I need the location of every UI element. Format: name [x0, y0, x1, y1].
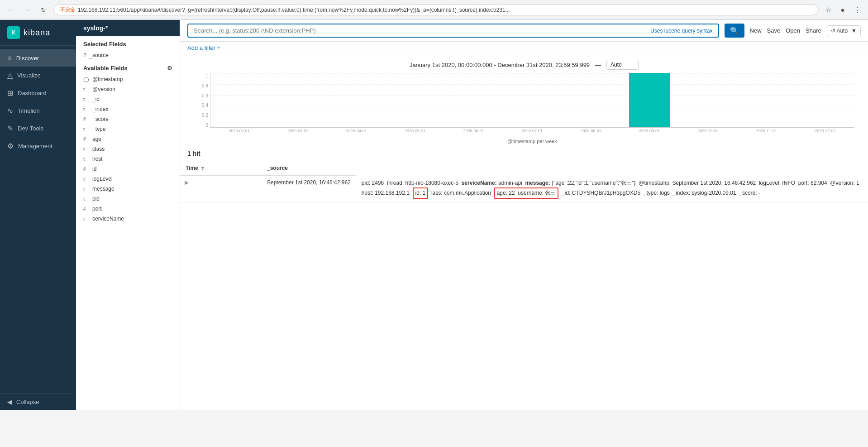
sidebar-item-devtools[interactable]: ✎ Dev Tools [0, 120, 76, 137]
timelion-icon: ∿ [7, 106, 13, 115]
field-item-score[interactable]: # _score [76, 114, 180, 124]
field-type-t9: t [83, 197, 90, 202]
field-name-version: @version [92, 86, 115, 92]
y-label-1: 1 [205, 73, 208, 78]
th-time[interactable]: Time ▿ [180, 161, 262, 175]
field-name-timestamp: @timestamp [92, 76, 123, 82]
bookmark-button[interactable]: ☆ [822, 4, 835, 16]
sidebar-item-visualize[interactable]: △ Visualize [0, 67, 76, 84]
field-type-hash4: # [83, 207, 90, 211]
collapse-label: Collapse [16, 399, 39, 405]
menu-button[interactable]: ⋮ [851, 4, 863, 16]
devtools-icon: ✎ [7, 124, 13, 133]
forward-button[interactable]: → [21, 4, 33, 16]
field-name-servicename: serviceName [92, 216, 124, 222]
share-button[interactable]: Share [806, 27, 821, 34]
field-name-id: _id [92, 96, 100, 102]
field-item-loglevel[interactable]: t logLevel [76, 174, 180, 184]
new-button[interactable]: New [750, 27, 762, 34]
sidebar-logo: K kibana [0, 20, 76, 46]
sidebar-item-management-label: Management [18, 143, 52, 149]
available-fields-title: Available Fields ⚙ [76, 60, 180, 74]
time-cell: September 1st 2020, 16:46:42.962 [262, 175, 356, 203]
y-label-02: 0.2 [202, 113, 208, 118]
field-name-index: _index [92, 106, 108, 112]
fields-panel: syslog-* Selected Fields ? _source Avail… [76, 20, 180, 410]
field-name-id2: id [92, 166, 96, 172]
url-text: 192.168.192.11:5601/app/kibana#/discover… [78, 7, 811, 13]
sidebar-item-devtools-label: Dev Tools [18, 125, 43, 132]
selected-field-name: _source [89, 52, 109, 58]
save-button[interactable]: Save [767, 27, 781, 34]
lucene-hint: Uses lucene query syntax [650, 28, 712, 34]
sidebar-item-discover[interactable]: ○ Discover [0, 49, 76, 67]
auto-refresh-button[interactable]: ↺ Auto- ▼ [827, 25, 861, 36]
refresh-button[interactable]: ↻ [37, 4, 50, 16]
url-bar[interactable]: 不安全 192.168.192.11:5601/app/kibana#/disc… [53, 4, 818, 15]
expand-button[interactable]: ▶ [182, 178, 191, 187]
selected-field-source[interactable]: ? _source [76, 50, 180, 60]
field-name-port: port [92, 206, 102, 212]
field-type-t2: t [83, 97, 90, 102]
selected-field-type-badge: ? [83, 52, 86, 58]
visualize-icon: △ [7, 71, 13, 80]
discover-icon: ○ [7, 54, 12, 62]
back-button[interactable]: ← [5, 4, 17, 16]
field-type-hash3: # [83, 167, 90, 172]
x-label-aug: 2020-08-01 [562, 129, 620, 133]
x-label-jun: 2020-06-01 [444, 129, 503, 133]
th-source: _source [262, 161, 356, 175]
y-label-08: 0.8 [202, 83, 208, 88]
hits-count: 1 hit [180, 146, 868, 161]
interval-dropdown[interactable]: Auto Second Minute Hour Day Week Month Y… [606, 60, 639, 70]
field-item-message[interactable]: t message [76, 184, 180, 194]
table-row: ▶ September 1st 2020, 16:46:42.962 pid: … [180, 175, 868, 203]
x-label-oct: 2020-10-01 [679, 129, 737, 133]
open-button[interactable]: Open [786, 27, 800, 34]
field-item-servicename[interactable]: t serviceName [76, 214, 180, 224]
field-type-t: t [83, 87, 90, 92]
time-range-separator: — [595, 62, 601, 68]
y-axis: 1 0.8 0.6 0.4 0.2 0 [194, 73, 210, 128]
results-table: Time ▿ _source ▶ September 1st 2020, 16:… [180, 161, 868, 203]
field-item-age[interactable]: # age [76, 134, 180, 144]
sidebar-item-management[interactable]: ⚙ Management [0, 137, 76, 155]
search-button[interactable]: 🔍 [725, 24, 744, 38]
field-item-version[interactable]: t @version [76, 84, 180, 94]
profile-button[interactable]: ● [836, 4, 849, 16]
x-label-feb: 2020-02-01 [210, 129, 268, 133]
histogram-container: January 1st 2020, 00:00:00.000 - Decembe… [180, 54, 868, 146]
add-filter-button[interactable]: Add a filter + [187, 44, 220, 51]
field-name-host: host [92, 156, 103, 162]
sidebar-item-timelion-label: Timelion [18, 107, 40, 114]
field-item-index[interactable]: t _index [76, 104, 180, 114]
field-item-id[interactable]: t _id [76, 94, 180, 104]
sidebar-item-dashboard[interactable]: ⊞ Dashboard [0, 84, 76, 102]
sidebar-item-timelion[interactable]: ∿ Timelion [0, 102, 76, 120]
field-item-type[interactable]: t _type [76, 124, 180, 134]
highlighted-age-field: age: 22 username: 张三 [494, 187, 559, 199]
sidebar: K kibana ○ Discover △ Visualize ⊞ Dashbo… [0, 20, 76, 410]
x-label-mar: 2020-03-01 [268, 129, 327, 133]
field-name-message: message [92, 186, 114, 192]
search-input[interactable] [194, 27, 650, 34]
dashboard-icon: ⊞ [7, 89, 13, 97]
field-item-class[interactable]: t class [76, 144, 180, 154]
sidebar-nav: ○ Discover △ Visualize ⊞ Dashboard ∿ Tim… [0, 46, 76, 394]
field-item-port[interactable]: # port [76, 204, 180, 214]
search-bar-container[interactable]: Uses lucene query syntax [187, 24, 719, 38]
sidebar-collapse[interactable]: ◀ Collapse [0, 394, 76, 410]
security-warning: 不安全 [60, 6, 75, 13]
x-label-apr: 2020-04-01 [327, 129, 386, 133]
y-label-0: 0 [205, 123, 208, 128]
fields-settings-icon[interactable]: ⚙ [167, 65, 172, 72]
x-axis-title: @timestamp per week [210, 139, 854, 144]
field-item-pid[interactable]: t pid [76, 194, 180, 204]
bar-slot-8 [620, 73, 679, 127]
sort-icon: ▿ [201, 166, 204, 171]
field-type-t7: t [83, 177, 90, 182]
field-item-host[interactable]: t host [76, 154, 180, 164]
auto-refresh-label: ↺ Auto- [831, 28, 849, 34]
field-item-id2[interactable]: # id [76, 164, 180, 174]
field-item-timestamp[interactable]: ◯ @timestamp [76, 74, 180, 84]
